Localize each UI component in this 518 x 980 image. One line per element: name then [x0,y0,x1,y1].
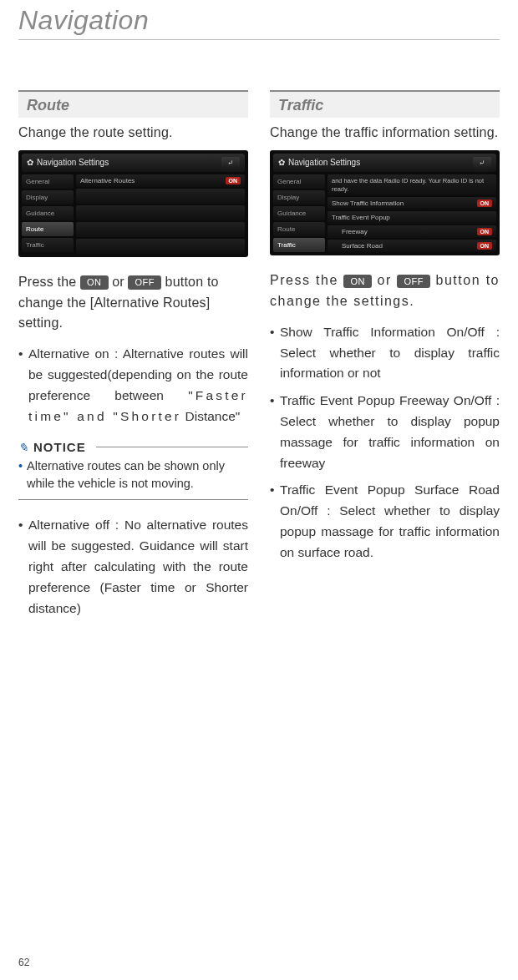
row-label: Traffic Event Popup [332,214,390,221]
tab-guidance: Guidance [22,206,74,220]
right-column: Traffic Change the traffic information s… [270,90,500,625]
row-label: Show Traffic Information [332,200,404,207]
bullet-popup-surface: Traffic Event Popup Surface Road On/Off … [270,480,500,563]
page-number: 62 [18,957,29,968]
row-label: Surface Road [332,242,383,250]
text-fragment: or [372,273,398,287]
text-fragment: or [109,275,129,289]
row-label: Freeway [332,228,368,235]
route-screenshot: ✿ Navigation Settings ⤶ General Display … [18,150,248,257]
screenshot-title: Navigation Settings [288,158,360,167]
route-heading: Route [18,90,248,118]
on-button: ON [80,275,109,289]
row-label: Alternative Routes [80,177,135,184]
bullet-popup-freeway: Traffic Event Popup Freeway On/Off : Sel… [270,391,500,473]
notice-icon: ✎ [18,441,28,454]
back-icon: ⤶ [473,157,491,169]
bullet-alternative-off: Alternative off : No alternative routes … [18,515,248,619]
row-empty [76,222,245,237]
left-column: Route Change the route setting. ✿ Naviga… [18,90,248,625]
tab-route: Route [273,222,325,236]
tab-display: Display [22,190,74,205]
on-button: ON [343,275,372,288]
off-button: OFF [397,275,430,288]
notice-label: NOTICE [33,440,86,454]
content-columns: Route Change the route setting. ✿ Naviga… [18,90,500,625]
row-surface-road: Surface Road ON [328,240,496,252]
row-empty [76,189,245,204]
screenshot-sidebar: General Display Guidance Route Traffic [22,174,74,254]
off-button: OFF [128,275,161,289]
gear-icon: ✿ [278,158,285,167]
notice-rule [96,447,248,447]
toggle-on-icon: ON [477,228,493,235]
notice-body: Alternative routes can be shown only whi… [18,457,248,500]
screenshot-title: Navigation Settings [37,158,109,167]
route-press-instruction: Press the ON or OFF button to change the… [18,272,248,334]
notice-header: ✎ NOTICE [18,440,248,454]
tab-guidance: Guidance [273,206,325,220]
screenshot-title-bar: ✿ Navigation Settings [278,158,360,167]
toggle-on-icon: ON [477,200,493,207]
traffic-intro: Change the traffic information setting. [270,123,500,144]
tab-display: Display [273,190,325,205]
text-fragment: Press the [18,275,80,289]
text-fragment: Press the [270,273,343,287]
screenshot-sidebar: General Display Guidance Route Traffic [273,174,325,253]
row-alternative-routes: Alternative Routes ON [76,174,245,187]
page-title: Navigation [18,0,500,40]
back-icon: ⤶ [221,157,240,169]
tab-traffic: Traffic [22,238,74,252]
tab-route: Route [22,222,74,236]
traffic-screenshot: ✿ Navigation Settings ⤶ General Display … [270,150,500,256]
toggle-on-icon: ON [226,177,241,184]
tab-general: General [22,174,74,189]
tab-traffic: Traffic [273,238,325,252]
bullet-show-traffic: Show Traffic Information On/Off : Select… [270,322,500,384]
traffic-press-instruction: Press the ON or OFF button to change the… [270,270,500,312]
row-empty [76,239,245,254]
gear-icon: ✿ [27,158,33,167]
screenshot-title-bar: ✿ Navigation Settings [27,158,109,167]
row-show-traffic: Show Traffic Information ON [328,197,496,210]
toggle-on-icon: ON [477,242,493,250]
bullet-alternative-on: Alternative on : Alternative routes will… [18,344,248,427]
tab-general: General [273,174,325,189]
row-empty [76,205,245,220]
row-radio-id-text: and have the data Radio ID ready. Your R… [328,174,496,196]
row-traffic-popup: Traffic Event Popup [328,211,496,224]
text-fragment: Distance" [181,409,240,423]
traffic-heading: Traffic [270,90,500,118]
route-intro: Change the route setting. [18,123,248,144]
row-freeway: Freeway ON [328,225,496,238]
